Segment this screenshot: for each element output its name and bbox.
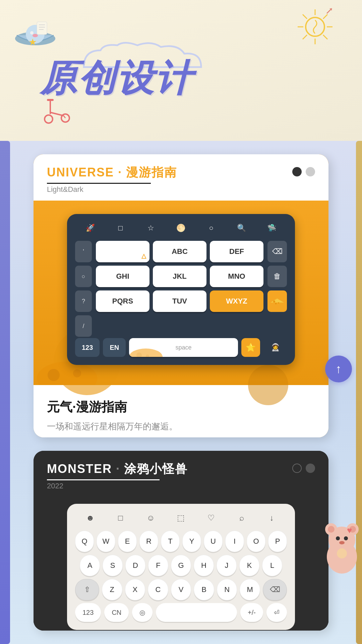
monster-keyboard-preview: ☻ □ ☺ ⬚ ♡ ⌕ ↓ Q W E R T bbox=[34, 497, 328, 631]
key-u[interactable]: U bbox=[204, 531, 223, 552]
kb-key-tuv[interactable]: TUV bbox=[153, 290, 206, 312]
universe-card[interactable]: UNIVERSE · 漫游指南 Light&Dark bbox=[34, 154, 328, 437]
monster-num-key[interactable]: 123 bbox=[75, 603, 101, 622]
monster-emoji-key[interactable]: ◎ bbox=[132, 603, 153, 622]
cat-bowl-decoration: ★ bbox=[10, 10, 60, 50]
key-v[interactable]: V bbox=[171, 579, 191, 600]
svg-point-31 bbox=[273, 301, 275, 303]
svg-line-18 bbox=[303, 35, 307, 39]
universe-card-header: UNIVERSE · 漫游指南 Light&Dark bbox=[34, 154, 328, 201]
kb-right-col: ⌫ 🗑 bbox=[267, 241, 287, 337]
monster-row-2: A S D F G H J K L bbox=[75, 555, 287, 576]
universe-keyboard-preview: 🚀 □ ☆ 🌕 ○ 🔍 🛸 ' ○ ? bbox=[34, 201, 328, 385]
kb-key-mno[interactable]: MNO bbox=[210, 266, 263, 287]
monster-row-1: Q W E R T Y U I O P bbox=[75, 531, 287, 552]
monster-enter-key[interactable]: ⏎ bbox=[266, 603, 287, 622]
key-d[interactable]: D bbox=[125, 555, 145, 576]
svg-rect-22 bbox=[47, 99, 54, 101]
svg-point-29 bbox=[73, 369, 81, 377]
key-l[interactable]: L bbox=[262, 555, 282, 576]
svg-text:★: ★ bbox=[28, 37, 37, 47]
kb-key-def[interactable]: DEF bbox=[210, 241, 263, 262]
kb-key-ghi[interactable]: GHI bbox=[96, 266, 149, 287]
kb-lang-key[interactable]: EN bbox=[103, 338, 126, 357]
kb-key-pqrs[interactable]: PQRS bbox=[96, 290, 149, 312]
kb-key-quote[interactable]: ' bbox=[75, 241, 92, 262]
key-w[interactable]: W bbox=[97, 531, 115, 552]
key-b[interactable]: B bbox=[194, 579, 214, 600]
key-s[interactable]: S bbox=[103, 555, 123, 576]
svg-point-43 bbox=[336, 536, 340, 540]
key-g[interactable]: G bbox=[171, 555, 191, 576]
kb-key-jkl[interactable]: JKL bbox=[153, 266, 206, 287]
kb-astro-key[interactable]: 🧑‍🚀 bbox=[263, 338, 287, 357]
monster-lang-key[interactable]: CN bbox=[104, 603, 129, 622]
svg-point-45 bbox=[339, 541, 345, 544]
svg-point-24 bbox=[45, 115, 53, 123]
key-r[interactable]: R bbox=[139, 531, 158, 552]
kb-space-key[interactable]: space bbox=[129, 338, 238, 357]
monster-special-key[interactable]: +/- bbox=[240, 603, 263, 622]
key-f[interactable]: F bbox=[148, 555, 168, 576]
monster-space-key[interactable] bbox=[156, 603, 237, 622]
kb-key-backspace[interactable]: ⌫ bbox=[267, 241, 287, 262]
key-i[interactable]: I bbox=[225, 531, 244, 552]
monster-icon-1: ☻ bbox=[84, 512, 96, 524]
monster-icon-7: ↓ bbox=[266, 512, 278, 524]
key-n[interactable]: N bbox=[217, 579, 237, 600]
key-a[interactable]: A bbox=[80, 555, 100, 576]
monster-card[interactable]: MONSTER · 涂鸦小怪兽 2022 ☻ bbox=[34, 451, 328, 631]
kb-key-zero[interactable]: ○ bbox=[75, 266, 92, 287]
monster-dots bbox=[292, 464, 315, 473]
monster-brand: MONSTER · 涂鸦小怪兽 bbox=[47, 461, 188, 477]
dot-2 bbox=[306, 167, 315, 176]
hero-section: ★ bbox=[0, 0, 362, 141]
kb-icon-rocket: 🚀 bbox=[84, 222, 96, 234]
universe-keyboard-frame: 🚀 □ ☆ 🌕 ○ 🔍 🛸 ' ○ ? bbox=[67, 214, 295, 365]
monster-icon-2: □ bbox=[114, 512, 126, 524]
key-m[interactable]: M bbox=[240, 579, 260, 600]
monster-card-inner: MONSTER · 涂鸦小怪兽 2022 ☻ bbox=[34, 451, 328, 631]
key-t[interactable]: T bbox=[161, 531, 180, 552]
universe-dots bbox=[292, 167, 315, 176]
svg-point-47 bbox=[337, 548, 347, 558]
svg-text:♥: ♥ bbox=[347, 525, 352, 535]
kb-key-wxyz[interactable]: WXYZ bbox=[210, 290, 263, 312]
kb-icon-search: 🔍 bbox=[236, 222, 248, 234]
kb-key-abc[interactable]: ABC bbox=[153, 241, 206, 262]
key-q[interactable]: Q bbox=[75, 531, 94, 552]
kb-key-delete[interactable]: 🗑 bbox=[267, 266, 287, 287]
key-y[interactable]: Y bbox=[182, 531, 201, 552]
kb-icon-planet: 🛸 bbox=[266, 222, 278, 234]
scooter-decoration bbox=[40, 94, 74, 127]
kb-key-slash[interactable]: / bbox=[75, 315, 92, 337]
kb-num-key[interactable]: 123 bbox=[75, 338, 100, 357]
key-e[interactable]: E bbox=[118, 531, 137, 552]
scroll-top-button[interactable]: ↑ bbox=[325, 356, 352, 382]
svg-point-28 bbox=[48, 369, 60, 381]
monster-icon-4: ⬚ bbox=[175, 512, 187, 524]
svg-line-17 bbox=[323, 14, 327, 19]
svg-point-27 bbox=[37, 362, 97, 385]
key-j[interactable]: J bbox=[217, 555, 237, 576]
monster-row-3: ⇧ Z X C V B N M ⌫ bbox=[75, 579, 287, 600]
monster-card-header: MONSTER · 涂鸦小怪兽 2022 bbox=[34, 451, 328, 497]
key-k[interactable]: K bbox=[239, 555, 259, 576]
kb-star-key[interactable]: ⭐ bbox=[241, 338, 260, 357]
key-z[interactable]: Z bbox=[102, 579, 122, 600]
kb-key-empty[interactable]: △ bbox=[96, 241, 149, 262]
key-shift[interactable]: ⇧ bbox=[75, 579, 99, 600]
monster-icon-5: ♡ bbox=[205, 512, 217, 524]
dot-1 bbox=[292, 167, 302, 176]
key-backspace[interactable]: ⌫ bbox=[263, 579, 287, 600]
key-h[interactable]: H bbox=[194, 555, 214, 576]
key-p[interactable]: P bbox=[268, 531, 287, 552]
monster-bottom-row: 123 CN ◎ +/- ⏎ bbox=[75, 603, 287, 622]
key-c[interactable]: C bbox=[148, 579, 168, 600]
kb-key-cheese[interactable] bbox=[267, 290, 287, 312]
key-x[interactable]: X bbox=[125, 579, 145, 600]
kb-key-question[interactable]: ? bbox=[75, 290, 92, 312]
kb-icon-clipboard: □ bbox=[114, 222, 126, 234]
key-o[interactable]: O bbox=[247, 531, 265, 552]
kb-row-2: GHI JKL MNO bbox=[96, 266, 263, 287]
